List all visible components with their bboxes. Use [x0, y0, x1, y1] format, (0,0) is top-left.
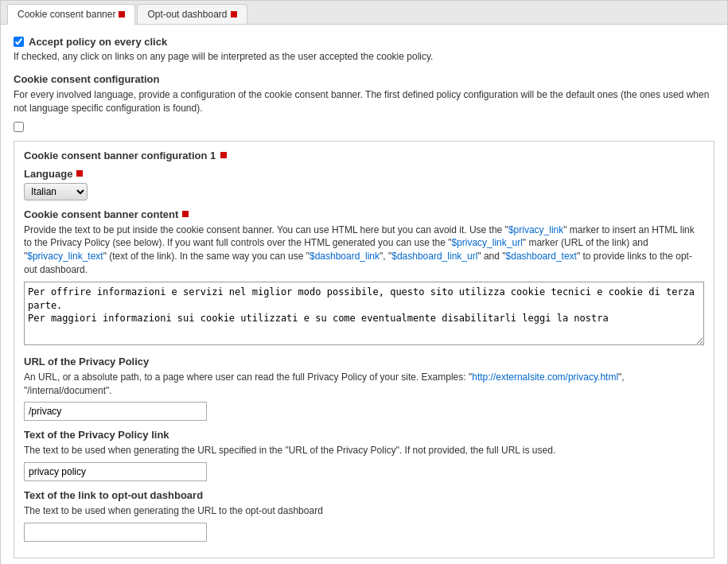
tab-cookie-consent-dot: [119, 11, 125, 18]
content-textarea[interactable]: Per offrire informazioni e servizi nel m…: [24, 282, 704, 345]
config-block-header: Cookie consent banner configuration 1: [24, 150, 704, 161]
accept-policy-row: Accept policy on every click: [14, 36, 714, 48]
privacy-url-desc: An URL, or a absolute path, to a page wh…: [24, 371, 704, 398]
privacy-text-label: Text of the Privacy Policy link: [24, 429, 704, 441]
outer-checkbox-row: [14, 122, 714, 134]
language-field-row: Language Italian English French German S…: [24, 168, 704, 200]
accept-policy-checkbox[interactable]: [14, 37, 24, 47]
config-section-desc: For every involved language, provide a c…: [14, 88, 714, 115]
config-section-title: Cookie consent configuration: [14, 73, 714, 85]
privacy-text-desc: The text to be used when generating the …: [24, 444, 704, 457]
optout-text-input[interactable]: [24, 523, 207, 542]
tab-cookie-consent-label: Cookie consent banner: [18, 9, 115, 20]
outer-checkbox[interactable]: [14, 122, 24, 132]
language-label: Language: [24, 168, 704, 180]
optout-text-desc: The text to be used when generating the …: [24, 504, 704, 518]
accept-policy-desc: If checked, any click on links on any pa…: [14, 51, 714, 62]
tab-optout-dashboard-label: Opt-out dashboard: [147, 9, 227, 20]
optout-text-field-row: Text of the link to opt-out dashboard Th…: [24, 489, 704, 542]
tab-optout-dashboard[interactable]: Opt-out dashboard: [137, 4, 247, 24]
accept-policy-label: Accept policy on every click: [29, 36, 167, 48]
content-desc: Provide the text to be put inside the co…: [24, 224, 704, 277]
config-section: Cookie consent configuration For every i…: [14, 73, 714, 558]
tab-optout-dashboard-dot: [231, 11, 237, 18]
privacy-url-field-row: URL of the Privacy Policy An URL, or a a…: [24, 356, 704, 422]
content-label: Cookie consent banner content: [24, 208, 704, 220]
config-block-header-dot: [220, 152, 227, 158]
content-dot: [182, 211, 189, 217]
tab-cookie-consent[interactable]: Cookie consent banner: [7, 4, 135, 25]
config-block-header-label: Cookie consent banner configuration 1: [24, 150, 216, 161]
privacy-text-input[interactable]: [24, 462, 207, 481]
content-field-row: Cookie consent banner content Provide th…: [24, 208, 704, 348]
tab-bar: Cookie consent banner Opt-out dashboard: [1, 1, 727, 25]
privacy-url-label: URL of the Privacy Policy: [24, 356, 704, 368]
language-dot: [76, 170, 83, 177]
language-select[interactable]: Italian English French German Spanish: [24, 183, 88, 200]
privacy-url-input[interactable]: [24, 402, 207, 421]
config-block: Cookie consent banner configuration 1 La…: [14, 141, 714, 558]
window: Cookie consent banner Opt-out dashboard …: [0, 0, 728, 564]
optout-text-label: Text of the link to opt-out dashboard: [24, 489, 704, 501]
main-content: Accept policy on every click If checked,…: [1, 25, 727, 564]
privacy-text-field-row: Text of the Privacy Policy link The text…: [24, 429, 704, 481]
